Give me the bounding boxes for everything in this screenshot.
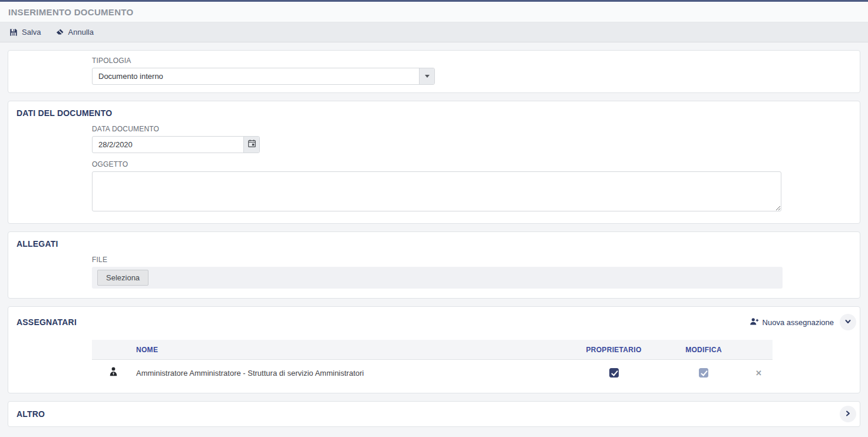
assegnatari-table: NOME PROPRIETARIO MODIFICA Amministrator… — [92, 340, 773, 386]
oggetto-field: OGGETTO — [92, 160, 852, 214]
remove-cell: ✕ — [745, 369, 773, 377]
main-content: TIPOLOGIA Documento interno DATI DEL DOC… — [0, 42, 868, 435]
floppy-disk-icon — [9, 28, 18, 37]
column-header-modifica: MODIFICA — [662, 346, 745, 354]
column-header-nome: NOME — [135, 346, 565, 354]
allegati-title: ALLEGATI — [16, 239, 852, 249]
proprietario-checkbox[interactable] — [609, 368, 619, 378]
file-label: FILE — [92, 256, 852, 264]
page-title: INSERIMENTO DOCUMENTO — [8, 7, 133, 17]
save-button[interactable]: Salva — [3, 25, 48, 39]
panel-allegati: ALLEGATI FILE Seleziona — [8, 231, 860, 299]
oggetto-label: OGGETTO — [92, 160, 852, 168]
panel-tipologia: TIPOLOGIA Documento interno — [8, 50, 860, 93]
tipologia-dropdown-button[interactable] — [419, 68, 434, 84]
proprietario-cell — [565, 368, 662, 378]
caret-down-icon — [425, 75, 430, 78]
cancel-button-label: Annulla — [68, 28, 94, 37]
chevron-right-icon — [844, 409, 852, 419]
chevron-down-icon — [844, 317, 852, 327]
file-field: FILE Seleziona — [92, 256, 852, 289]
collapse-section-button[interactable] — [840, 314, 856, 330]
calendar-icon — [247, 139, 256, 150]
altro-title: ALTRO — [16, 409, 45, 419]
select-file-button[interactable]: Seleziona — [97, 270, 148, 286]
person-icon — [109, 367, 118, 379]
tipologia-selected-value: Documento interno — [93, 68, 419, 84]
date-input[interactable] — [93, 137, 243, 153]
row-user-icon-cell — [92, 367, 135, 379]
tipologia-dropdown[interactable]: Documento interno — [92, 68, 435, 85]
person-plus-icon — [750, 317, 759, 327]
assegnatari-title: ASSEGNATARI — [16, 317, 77, 327]
data-documento-field: DATA DOCUMENTO — [92, 125, 852, 153]
column-header-proprietario: PROPRIETARIO — [565, 346, 662, 354]
assegnatari-table-header: NOME PROPRIETARIO MODIFICA — [92, 340, 773, 360]
dati-documento-fields: DATA DOCUMENTO — [92, 125, 852, 214]
dati-documento-title: DATI DEL DOCUMENTO — [16, 108, 852, 118]
expand-section-button[interactable] — [840, 406, 856, 422]
tipologia-label: TIPOLOGIA — [92, 57, 852, 65]
toolbar: Salva Annulla — [0, 22, 868, 42]
new-assignment-button[interactable]: Nuova assegnazione — [750, 317, 834, 327]
assegnatari-header: ASSEGNATARI Nuova assegnazione — [16, 314, 856, 330]
allegati-fields: FILE Seleziona — [92, 256, 852, 289]
panel-altro: ALTRO — [8, 401, 860, 427]
panel-dati-documento: DATI DEL DOCUMENTO DATA DOCUMENTO — [8, 101, 860, 224]
calendar-button[interactable] — [243, 137, 259, 153]
assegnatari-header-actions: Nuova assegnazione — [750, 314, 856, 330]
date-picker — [92, 136, 260, 153]
eraser-icon — [55, 28, 64, 37]
oggetto-textarea[interactable] — [92, 171, 781, 211]
close-x-icon[interactable]: ✕ — [755, 369, 762, 377]
panel-assegnatari: ASSEGNATARI Nuova assegnazione — [8, 306, 860, 393]
modifica-checkbox — [699, 368, 708, 378]
save-button-label: Salva — [22, 28, 41, 37]
modifica-cell — [662, 368, 745, 378]
new-assignment-label: Nuova assegnazione — [763, 318, 834, 327]
title-bar: INSERIMENTO DOCUMENTO — [0, 2, 868, 22]
data-documento-label: DATA DOCUMENTO — [92, 125, 852, 133]
assignee-name: Amministratore Amministratore - Struttur… — [135, 369, 565, 378]
cancel-button[interactable]: Annulla — [49, 25, 100, 39]
table-row: Amministratore Amministratore - Struttur… — [92, 360, 773, 386]
file-upload-zone[interactable]: Seleziona — [92, 267, 783, 289]
